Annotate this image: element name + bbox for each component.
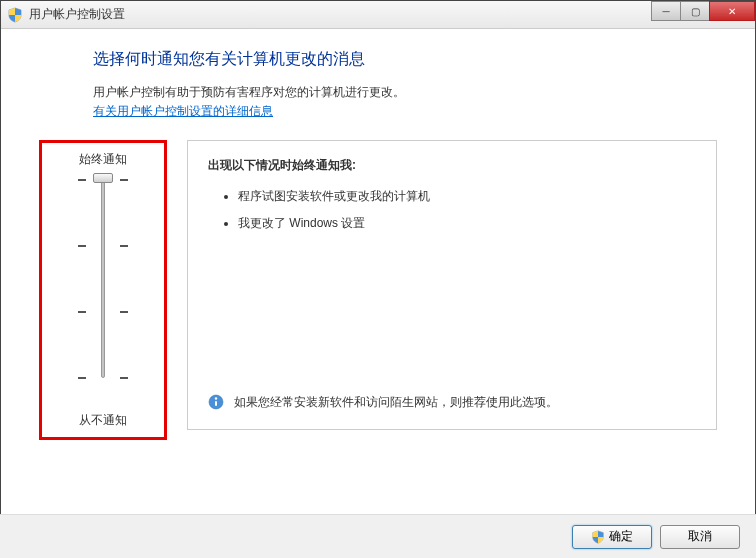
panel-heading: 出现以下情况时始终通知我: xyxy=(208,157,696,174)
slider-tick xyxy=(120,179,128,181)
panel-item: 程序试图安装软件或更改我的计算机 xyxy=(238,188,696,205)
slider-section: 始终通知 从不通知 xyxy=(39,140,167,440)
page-description: 用户帐户控制有助于预防有害程序对您的计算机进行更改。 xyxy=(93,84,717,101)
close-button[interactable]: ✕ xyxy=(709,1,755,21)
slider-tick xyxy=(78,377,86,379)
ok-button-label: 确定 xyxy=(609,528,633,545)
slider-label-never: 从不通知 xyxy=(42,412,164,429)
titlebar: 用户帐户控制设置 ─ ▢ ✕ xyxy=(1,1,755,29)
slider-label-always: 始终通知 xyxy=(46,151,160,168)
svg-point-1 xyxy=(215,397,217,399)
ok-button[interactable]: 确定 xyxy=(572,525,652,549)
slider-tick xyxy=(78,245,86,247)
slider-tick xyxy=(120,245,128,247)
info-panel: 出现以下情况时始终通知我: 程序试图安装软件或更改我的计算机 我更改了 Wind… xyxy=(187,140,717,430)
maximize-button[interactable]: ▢ xyxy=(680,1,710,21)
notification-slider[interactable] xyxy=(101,178,105,378)
content-area: 选择何时通知您有关计算机更改的消息 用户帐户控制有助于预防有害程序对您的计算机进… xyxy=(1,29,755,509)
slider-track-wrap xyxy=(46,178,160,388)
main-area: 始终通知 从不通知 出现以下情况时始终通知我: 程序试图安装软 xyxy=(39,140,717,440)
uac-shield-icon xyxy=(7,7,23,23)
window-controls: ─ ▢ ✕ xyxy=(652,1,755,21)
cancel-button-label: 取消 xyxy=(688,528,712,545)
slider-tick xyxy=(120,311,128,313)
page-heading: 选择何时通知您有关计算机更改的消息 xyxy=(93,49,717,70)
svg-rect-2 xyxy=(215,401,217,406)
slider-tick xyxy=(120,377,128,379)
cancel-button[interactable]: 取消 xyxy=(660,525,740,549)
minimize-button[interactable]: ─ xyxy=(651,1,681,21)
recommendation-row: 如果您经常安装新软件和访问陌生网站，则推荐使用此选项。 xyxy=(208,394,696,411)
slider-tick xyxy=(78,179,86,181)
panel-item: 我更改了 Windows 设置 xyxy=(238,215,696,232)
panel-list: 程序试图安装软件或更改我的计算机 我更改了 Windows 设置 xyxy=(238,188,696,232)
slider-thumb[interactable] xyxy=(93,173,113,183)
footer: 确定 取消 xyxy=(0,514,756,558)
recommendation-text: 如果您经常安装新软件和访问陌生网站，则推荐使用此选项。 xyxy=(234,394,558,411)
info-icon xyxy=(208,394,224,410)
uac-shield-icon xyxy=(591,530,605,544)
slider-tick xyxy=(78,311,86,313)
window-title: 用户帐户控制设置 xyxy=(29,6,125,23)
help-link[interactable]: 有关用户帐户控制设置的详细信息 xyxy=(93,103,273,120)
